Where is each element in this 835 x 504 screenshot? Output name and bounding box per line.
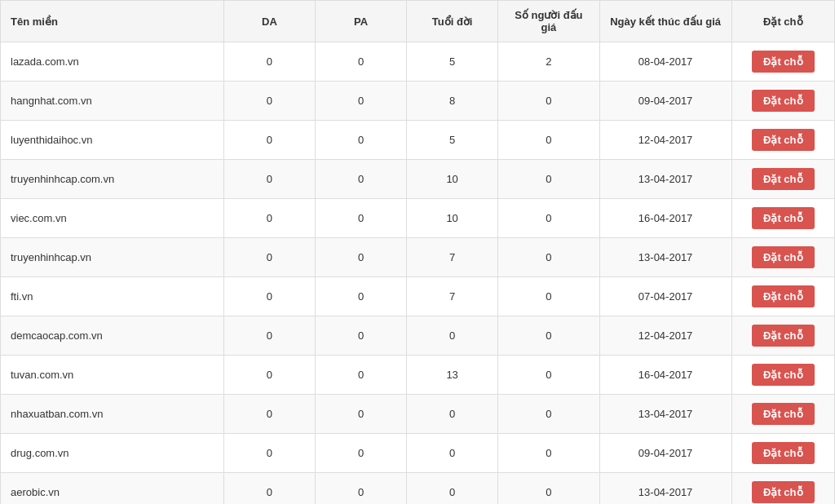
cell-dat-cho[interactable]: Đặt chỗ (731, 160, 834, 199)
cell-da: 0 (223, 473, 315, 505)
cell-so-nguoi: 0 (498, 121, 600, 160)
cell-tuoi-doi: 10 (407, 199, 498, 238)
cell-ngay-ket-thuc: 16-04-2017 (599, 356, 731, 395)
cell-ngay-ket-thuc: 08-04-2017 (599, 42, 731, 82)
cell-pa: 0 (316, 121, 407, 160)
cell-so-nguoi: 0 (498, 160, 600, 199)
cell-ten-mien: truyenhinhcap.vn (1, 238, 224, 277)
dat-cho-button[interactable]: Đặt chỗ (752, 403, 815, 425)
cell-dat-cho[interactable]: Đặt chỗ (731, 434, 834, 473)
cell-dat-cho[interactable]: Đặt chỗ (731, 82, 834, 121)
cell-dat-cho[interactable]: Đặt chỗ (731, 121, 834, 160)
cell-ten-mien: tuvan.com.vn (1, 356, 224, 395)
cell-dat-cho[interactable]: Đặt chỗ (731, 199, 834, 238)
header-ten-mien: Tên miền (1, 1, 224, 42)
cell-pa: 0 (316, 238, 407, 277)
cell-da: 0 (223, 434, 315, 473)
cell-dat-cho[interactable]: Đặt chỗ (731, 356, 834, 395)
table-row: drug.com.vn000009-04-2017Đặt chỗ (1, 434, 835, 473)
cell-ten-mien: demcaocap.com.vn (1, 316, 224, 356)
cell-da: 0 (223, 42, 315, 82)
cell-ngay-ket-thuc: 07-04-2017 (599, 277, 731, 316)
domain-table-container: Tên miền DA PA Tuổi đời Số người đấu giá… (0, 0, 835, 504)
cell-tuoi-doi: 7 (407, 238, 498, 277)
dat-cho-button[interactable]: Đặt chỗ (752, 246, 815, 268)
cell-so-nguoi: 0 (498, 473, 600, 505)
cell-dat-cho[interactable]: Đặt chỗ (731, 42, 834, 82)
table-row: lazada.com.vn005208-04-2017Đặt chỗ (1, 42, 835, 82)
cell-tuoi-doi: 0 (407, 316, 498, 356)
table-row: truyenhinhcap.vn007013-04-2017Đặt chỗ (1, 238, 835, 277)
cell-ten-mien: luyenthidaihoc.vn (1, 121, 224, 160)
cell-ngay-ket-thuc: 13-04-2017 (599, 160, 731, 199)
cell-dat-cho[interactable]: Đặt chỗ (731, 395, 834, 434)
cell-ngay-ket-thuc: 09-04-2017 (599, 82, 731, 121)
dat-cho-button[interactable]: Đặt chỗ (752, 364, 815, 386)
cell-tuoi-doi: 7 (407, 277, 498, 316)
cell-dat-cho[interactable]: Đặt chỗ (731, 316, 834, 356)
cell-da: 0 (223, 356, 315, 395)
table-row: hangnhat.com.vn008009-04-2017Đặt chỗ (1, 82, 835, 121)
header-da: DA (223, 1, 315, 42)
cell-pa: 0 (316, 356, 407, 395)
table-row: nhaxuatban.com.vn000013-04-2017Đặt chỗ (1, 395, 835, 434)
cell-pa: 0 (316, 199, 407, 238)
dat-cho-button[interactable]: Đặt chỗ (752, 325, 815, 347)
cell-da: 0 (223, 160, 315, 199)
dat-cho-button[interactable]: Đặt chỗ (752, 168, 815, 190)
cell-dat-cho[interactable]: Đặt chỗ (731, 238, 834, 277)
cell-pa: 0 (316, 82, 407, 121)
cell-pa: 0 (316, 277, 407, 316)
cell-ngay-ket-thuc: 13-04-2017 (599, 473, 731, 505)
table-row: demcaocap.com.vn000012-04-2017Đặt chỗ (1, 316, 835, 356)
cell-ngay-ket-thuc: 12-04-2017 (599, 121, 731, 160)
cell-dat-cho[interactable]: Đặt chỗ (731, 277, 834, 316)
cell-ten-mien: aerobic.vn (1, 473, 224, 505)
cell-ten-mien: hangnhat.com.vn (1, 82, 224, 121)
cell-da: 0 (223, 395, 315, 434)
cell-ngay-ket-thuc: 09-04-2017 (599, 434, 731, 473)
cell-ngay-ket-thuc: 13-04-2017 (599, 395, 731, 434)
cell-so-nguoi: 2 (498, 42, 600, 82)
table-row: tuvan.com.vn0013016-04-2017Đặt chỗ (1, 356, 835, 395)
cell-so-nguoi: 0 (498, 238, 600, 277)
cell-ten-mien: drug.com.vn (1, 434, 224, 473)
dat-cho-button[interactable]: Đặt chỗ (752, 442, 815, 464)
cell-ngay-ket-thuc: 12-04-2017 (599, 316, 731, 356)
table-row: fti.vn007007-04-2017Đặt chỗ (1, 277, 835, 316)
cell-ten-mien: nhaxuatban.com.vn (1, 395, 224, 434)
dat-cho-button[interactable]: Đặt chỗ (752, 90, 815, 112)
dat-cho-button[interactable]: Đặt chỗ (752, 481, 815, 503)
dat-cho-button[interactable]: Đặt chỗ (752, 51, 815, 73)
cell-da: 0 (223, 316, 315, 356)
table-row: luyenthidaihoc.vn005012-04-2017Đặt chỗ (1, 121, 835, 160)
cell-da: 0 (223, 199, 315, 238)
dat-cho-button[interactable]: Đặt chỗ (752, 129, 815, 151)
cell-tuoi-doi: 5 (407, 42, 498, 82)
cell-tuoi-doi: 5 (407, 121, 498, 160)
cell-tuoi-doi: 0 (407, 434, 498, 473)
cell-tuoi-doi: 13 (407, 356, 498, 395)
cell-pa: 0 (316, 434, 407, 473)
cell-so-nguoi: 0 (498, 356, 600, 395)
cell-ten-mien: fti.vn (1, 277, 224, 316)
dat-cho-button[interactable]: Đặt chỗ (752, 285, 815, 307)
cell-tuoi-doi: 8 (407, 82, 498, 121)
cell-so-nguoi: 0 (498, 316, 600, 356)
cell-da: 0 (223, 238, 315, 277)
table-row: viec.com.vn0010016-04-2017Đặt chỗ (1, 199, 835, 238)
domain-table: Tên miền DA PA Tuổi đời Số người đấu giá… (0, 0, 835, 504)
cell-ngay-ket-thuc: 16-04-2017 (599, 199, 731, 238)
cell-tuoi-doi: 0 (407, 395, 498, 434)
cell-ten-mien: truyenhinhcap.com.vn (1, 160, 224, 199)
cell-ngay-ket-thuc: 13-04-2017 (599, 238, 731, 277)
cell-so-nguoi: 0 (498, 199, 600, 238)
cell-ten-mien: lazada.com.vn (1, 42, 224, 82)
cell-so-nguoi: 0 (498, 277, 600, 316)
cell-pa: 0 (316, 473, 407, 505)
cell-so-nguoi: 0 (498, 82, 600, 121)
cell-dat-cho[interactable]: Đặt chỗ (731, 473, 834, 505)
dat-cho-button[interactable]: Đặt chỗ (752, 207, 815, 229)
cell-ten-mien: viec.com.vn (1, 199, 224, 238)
table-header-row: Tên miền DA PA Tuổi đời Số người đấu giá… (1, 1, 835, 42)
